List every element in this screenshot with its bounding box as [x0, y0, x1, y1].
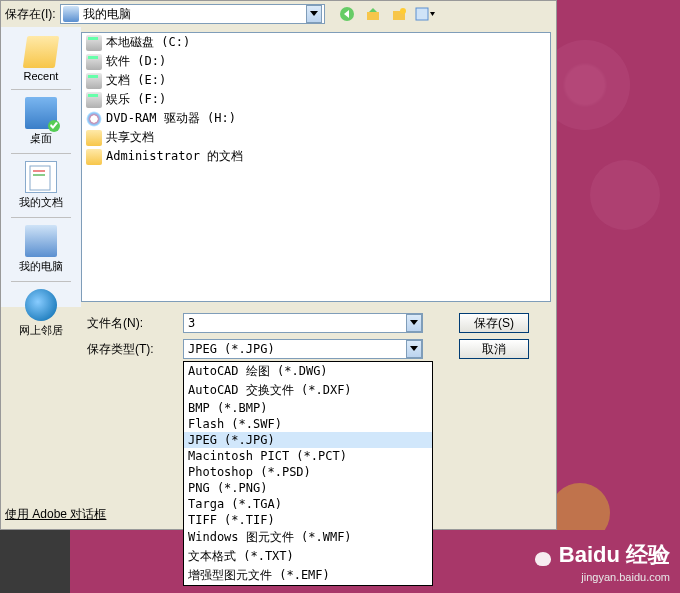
filetype-option[interactable]: 增强型图元文件 (*.EMF): [184, 566, 432, 585]
places-sidebar: Recent 桌面 我的文档 我的电脑 网上邻居: [1, 27, 81, 307]
computer-icon: [63, 6, 79, 22]
svg-rect-3: [367, 12, 379, 20]
file-item[interactable]: DVD-RAM 驱动器 (H:): [82, 109, 550, 128]
filetype-dropdown-list[interactable]: AutoCAD 绘图 (*.DWG)AutoCAD 交换文件 (*.DXF)BM…: [183, 361, 433, 586]
chevron-down-icon: [310, 11, 318, 17]
file-label: 文档 (E:): [106, 72, 166, 89]
file-label: DVD-RAM 驱动器 (H:): [106, 110, 236, 127]
sidebar-item-desktop[interactable]: 桌面: [6, 94, 76, 149]
adobe-dialog-link[interactable]: 使用 Adobe 对话框: [5, 506, 106, 523]
dvd-icon: [86, 111, 102, 127]
folder-icon: [86, 149, 102, 165]
filename-value: 3: [184, 314, 406, 332]
file-label: 软件 (D:): [106, 53, 166, 70]
watermark-sub: jingyan.baidu.com: [531, 571, 670, 583]
file-item[interactable]: 本地磁盘 (C:): [82, 33, 550, 52]
filetype-option[interactable]: AutoCAD 交换文件 (*.DXF): [184, 381, 432, 400]
svg-marker-4: [369, 8, 377, 12]
paw-icon: [531, 542, 557, 568]
sidebar-item-label: 我的文档: [19, 195, 63, 210]
filetype-option[interactable]: Macintosh PICT (*.PCT): [184, 448, 432, 464]
file-item[interactable]: 文档 (E:): [82, 71, 550, 90]
svg-point-6: [400, 8, 406, 14]
filetype-option[interactable]: 文本格式 (*.TXT): [184, 547, 432, 566]
file-item[interactable]: 共享文档: [82, 128, 550, 147]
filetype-option[interactable]: JPEG (*.JPG): [184, 432, 432, 448]
sidebar-item-label: 我的电脑: [19, 259, 63, 274]
drive-icon: [86, 92, 102, 108]
svg-marker-0: [310, 11, 318, 16]
file-item[interactable]: 软件 (D:): [82, 52, 550, 71]
filetype-option[interactable]: AutoCAD 绘图 (*.DWG): [184, 362, 432, 381]
drive-icon: [86, 35, 102, 51]
chevron-down-icon: [410, 346, 418, 352]
file-item[interactable]: Administrator 的文档: [82, 147, 550, 166]
drive-icon: [86, 73, 102, 89]
desktop-icon: [25, 97, 57, 129]
filename-dropdown-button[interactable]: [406, 314, 422, 332]
sidebar-item-recent[interactable]: Recent: [6, 33, 76, 85]
computer-icon: [25, 225, 57, 257]
location-select[interactable]: 我的电脑: [60, 4, 325, 24]
filetype-value: JPEG (*.JPG): [184, 340, 406, 358]
documents-icon: [25, 161, 57, 193]
file-item[interactable]: 娱乐 (F:): [82, 90, 550, 109]
filetype-select[interactable]: JPEG (*.JPG): [183, 339, 423, 359]
filetype-option[interactable]: Windows 图元文件 (*.WMF): [184, 528, 432, 547]
filetype-option[interactable]: BMP (*.BMP): [184, 400, 432, 416]
file-list[interactable]: 本地磁盘 (C:)软件 (D:)文档 (E:)娱乐 (F:)DVD-RAM 驱动…: [81, 32, 551, 302]
file-label: 娱乐 (F:): [106, 91, 166, 108]
drive-icon: [86, 54, 102, 70]
save-in-label: 保存在(I):: [5, 6, 56, 23]
new-folder-icon[interactable]: [389, 4, 409, 24]
filetype-option[interactable]: TIFF (*.TIF): [184, 512, 432, 528]
cancel-button[interactable]: 取消: [459, 339, 529, 359]
filetype-option[interactable]: PNG (*.PNG): [184, 480, 432, 496]
file-label: 本地磁盘 (C:): [106, 34, 190, 51]
svg-rect-7: [416, 8, 428, 20]
location-dropdown-button[interactable]: [306, 5, 322, 23]
watermark-brand: Baidu 经验: [559, 540, 670, 570]
recent-icon: [23, 36, 59, 68]
svg-rect-13: [33, 174, 45, 176]
svg-marker-14: [410, 320, 418, 325]
filename-label: 文件名(N):: [87, 315, 177, 332]
watermark: Baidu 经验 jingyan.baidu.com: [531, 540, 670, 583]
filetype-label: 保存类型(T):: [87, 341, 177, 358]
svg-marker-8: [430, 12, 435, 16]
filename-input[interactable]: 3: [183, 313, 423, 333]
sidebar-item-label: Recent: [24, 70, 59, 82]
file-label: Administrator 的文档: [106, 148, 243, 165]
chevron-down-icon: [410, 320, 418, 326]
location-bar: 保存在(I): 我的电脑: [1, 1, 556, 27]
separator: [11, 89, 71, 90]
separator: [11, 217, 71, 218]
sidebar-item-mydocs[interactable]: 我的文档: [6, 158, 76, 213]
view-menu-icon[interactable]: [415, 4, 435, 24]
svg-rect-11: [30, 166, 50, 190]
separator: [11, 153, 71, 154]
svg-rect-12: [33, 170, 45, 172]
file-label: 共享文档: [106, 129, 154, 146]
folder-icon: [86, 130, 102, 146]
sidebar-item-mycomputer[interactable]: 我的电脑: [6, 222, 76, 277]
filetype-dropdown-button[interactable]: [406, 340, 422, 358]
up-icon[interactable]: [363, 4, 383, 24]
save-dialog: 保存在(I): 我的电脑 Recent 桌面: [0, 0, 557, 530]
filetype-option[interactable]: Photoshop (*.PSD): [184, 464, 432, 480]
sidebar-item-label: 桌面: [30, 131, 52, 146]
filename-area: 文件名(N): 3 保存(S) 保存类型(T): JPEG (*.JPG) 取消…: [1, 307, 556, 371]
filetype-option[interactable]: Flash (*.SWF): [184, 416, 432, 432]
separator: [11, 281, 71, 282]
location-value: 我的电脑: [83, 6, 306, 23]
back-icon[interactable]: [337, 4, 357, 24]
filetype-option[interactable]: Targa (*.TGA): [184, 496, 432, 512]
svg-marker-15: [410, 346, 418, 351]
save-button[interactable]: 保存(S): [459, 313, 529, 333]
